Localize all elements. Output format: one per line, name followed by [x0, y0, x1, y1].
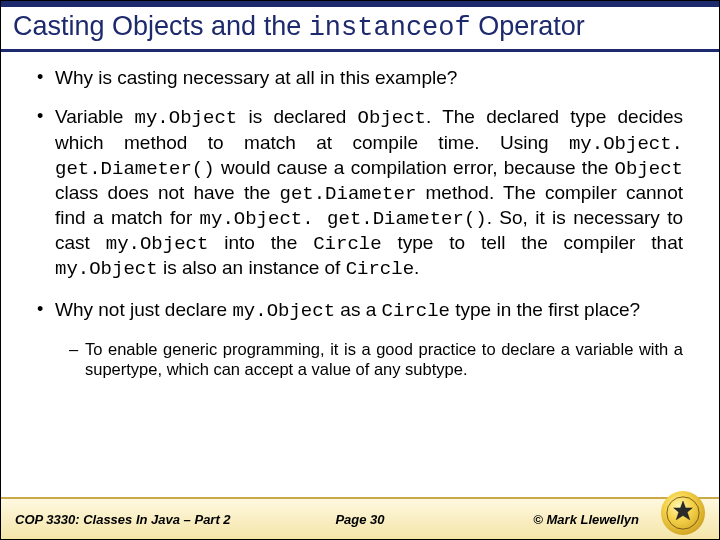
title-code: instanceof	[309, 13, 471, 43]
bullet-3: • Why not just declare my.Object as a Ci…	[37, 298, 683, 323]
title-text-post: Operator	[471, 11, 585, 41]
text-run: is declared	[237, 106, 357, 127]
code-run: Circle	[346, 258, 414, 280]
code-run: get.Diameter	[279, 183, 416, 205]
bullet-dot-icon: •	[37, 105, 55, 281]
footer-copyright: © Mark Llewellyn	[533, 512, 639, 527]
footer: COP 3330: Classes In Java – Part 2 Page …	[1, 497, 719, 539]
footer-page: Page 30	[335, 512, 384, 527]
bullet-dot-icon: •	[37, 298, 55, 323]
text-run: as a	[335, 299, 381, 320]
bullet-1-text: Why is casting necessary at all in this …	[55, 66, 683, 89]
code-run: Circle	[313, 233, 381, 255]
bullet-1: • Why is casting necessary at all in thi…	[37, 66, 683, 89]
text-run: would cause a compilation error, because…	[215, 157, 615, 178]
bullet-3-text: Why not just declare my.Object as a Circ…	[55, 298, 683, 323]
text-run: into the	[208, 232, 313, 253]
text-run: is also an instance of	[158, 257, 346, 278]
text-run: .	[414, 257, 419, 278]
code-run: my.Object	[232, 300, 335, 322]
text-run: class does not have the	[55, 182, 279, 203]
title-bar: Casting Objects and the instanceof Opera…	[1, 1, 719, 52]
text-run: type in the first place?	[450, 299, 640, 320]
code-run: Object	[358, 107, 426, 129]
code-run: Circle	[382, 300, 450, 322]
bullet-2-text: Variable my.Object is declared Object. T…	[55, 105, 683, 281]
code-run: my.Object	[55, 258, 158, 280]
code-run: my.Object	[135, 107, 238, 129]
sub-bullet-1: – To enable generic programming, it is a…	[69, 339, 683, 379]
slide-title: Casting Objects and the instanceof Opera…	[13, 11, 707, 43]
footer-course: COP 3330: Classes In Java – Part 2	[15, 512, 231, 527]
code-run: my.Object. get.Diameter()	[200, 208, 487, 230]
text-run: type to tell the compiler that	[382, 232, 683, 253]
bullet-dot-icon: •	[37, 66, 55, 89]
slide-content: • Why is casting necessary at all in thi…	[1, 52, 719, 497]
dash-icon: –	[69, 339, 85, 379]
text-run: Variable	[55, 106, 135, 127]
slide: Casting Objects and the instanceof Opera…	[1, 1, 719, 539]
code-run: my.Object	[106, 233, 209, 255]
bullet-2: • Variable my.Object is declared Object.…	[37, 105, 683, 281]
code-run: Object	[615, 158, 683, 180]
sub-bullet-1-text: To enable generic programming, it is a g…	[85, 339, 683, 379]
text-run: Why not just declare	[55, 299, 232, 320]
title-text-pre: Casting Objects and the	[13, 11, 309, 41]
ucf-logo-icon	[661, 491, 705, 535]
